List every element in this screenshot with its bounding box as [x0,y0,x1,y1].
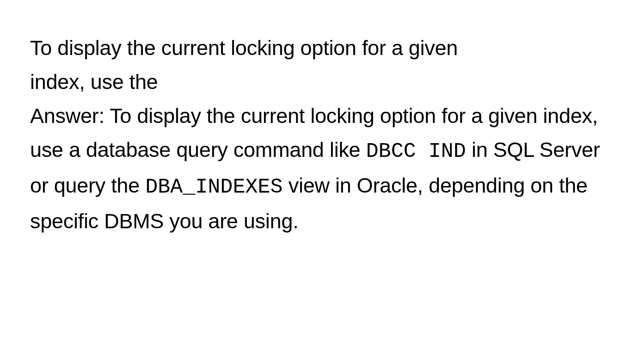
answer-prefix: Answer: [30,104,109,127]
code-dbcc-ind: DBCC IND [366,140,466,163]
question-line1: To display the current locking option fo… [30,36,458,59]
question-line2: index, use the [30,70,158,93]
document-body: To display the current locking option fo… [30,31,614,238]
code-dba-indexes: DBA_INDEXES [145,175,283,199]
